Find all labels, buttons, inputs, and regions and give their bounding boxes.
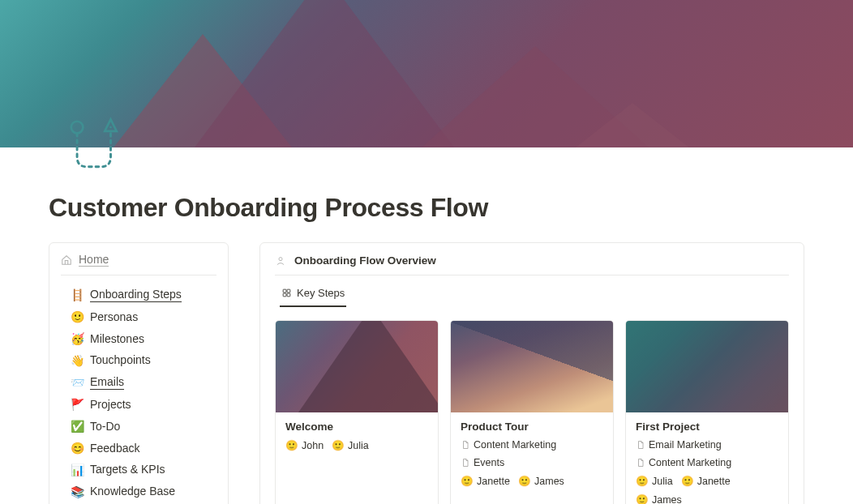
persona-tag[interactable]: 🙂Julia [332, 439, 369, 451]
svg-point-2 [279, 257, 282, 260]
related-page[interactable]: Content Marketing [461, 439, 556, 451]
sidebar-item-label: Projects [90, 398, 131, 412]
sidebar-item[interactable]: ✅To-Do [61, 416, 216, 438]
svg-rect-4 [287, 289, 290, 293]
page-doc-icon [636, 440, 645, 450]
persona-tag[interactable]: 🙂James [636, 493, 682, 504]
sidebar-item-label: Touchpoints [90, 353, 151, 367]
card-cover [451, 321, 613, 412]
card-title: First Project [636, 421, 778, 433]
card-cover [626, 321, 788, 412]
sidebar-item-emoji: 🪜 [71, 288, 84, 301]
sidebar-item-label: Emails [90, 375, 124, 390]
sidebar-item[interactable]: 🥳Milestones [61, 328, 216, 350]
sidebar-item-emoji: 📊 [71, 463, 84, 476]
sidebar-item-emoji: 👋 [71, 354, 84, 367]
sidebar-item-emoji: 🥳 [71, 332, 84, 345]
persona-tag[interactable]: 🙂John [285, 439, 324, 451]
home-icon [61, 254, 72, 266]
related-page[interactable]: Content Marketing [636, 457, 731, 468]
sidebar-item[interactable]: 🚩Projects [61, 394, 216, 416]
persona-tag[interactable]: 🙂James [518, 475, 564, 487]
sidebar-item-label: Personas [90, 310, 138, 324]
gallery-card[interactable]: Product TourContent MarketingEvents🙂Jane… [450, 320, 614, 504]
sidebar-item-emoji: 😊 [71, 442, 84, 455]
person-icon [275, 255, 286, 267]
card-title: Welcome [285, 421, 428, 433]
tab-label: Key Steps [297, 287, 345, 299]
page-doc-icon [636, 458, 645, 468]
sidebar-item[interactable]: 🪜Onboarding Steps [61, 284, 216, 306]
overview-panel: Onboarding Flow Overview Key Steps Welco… [259, 242, 804, 504]
sidebar-item[interactable]: 📨Emails [61, 371, 216, 394]
page-icon[interactable] [63, 113, 126, 177]
sidebar-item-emoji: 📨 [71, 376, 84, 389]
persona-tag[interactable]: 🙂Janette [681, 475, 731, 487]
page-title[interactable]: Customer Onboarding Process Flow [49, 147, 804, 223]
sidebar-item-label: Knowledge Base [90, 485, 175, 498]
persona-tag[interactable]: 🙂Julia [636, 475, 673, 487]
gallery-card[interactable]: First ProjectEmail MarketingContent Mark… [625, 320, 789, 504]
card-title: Product Tour [461, 421, 603, 433]
svg-rect-3 [283, 289, 286, 293]
sidebar-item-emoji: ✅ [71, 420, 84, 433]
sidebar-item[interactable]: 🙂Personas [61, 306, 216, 328]
sidebar-item-emoji: 🚩 [71, 398, 84, 411]
svg-rect-5 [283, 293, 286, 297]
sidebar-item[interactable]: 😊Feedback [61, 438, 216, 459]
sidebar-item-emoji: 📚 [71, 485, 84, 498]
sidebar-item-label: Targets & KPIs [90, 463, 165, 476]
sidebar-home[interactable]: Home [61, 253, 216, 275]
sidebar-item-label: To-Do [90, 420, 120, 434]
svg-point-0 [71, 122, 84, 134]
sidebar-panel: Home 🪜Onboarding Steps🙂Personas🥳Mileston… [49, 242, 229, 504]
related-page[interactable]: Events [461, 457, 504, 468]
sidebar-item-label: Milestones [90, 332, 144, 346]
gallery-card[interactable]: Welcome🙂John🙂Julia [275, 320, 439, 504]
related-page[interactable]: Email Marketing [636, 439, 722, 451]
sidebar-item[interactable]: 📚Knowledge Base [61, 481, 216, 502]
sidebar-item[interactable]: 📊Targets & KPIs [61, 459, 216, 481]
gallery-icon [281, 288, 292, 298]
sidebar-item-emoji: 🙂 [71, 310, 84, 323]
page-cover [0, 0, 853, 147]
sidebar-item-label: Onboarding Steps [90, 288, 182, 302]
svg-rect-6 [287, 293, 290, 297]
overview-title: Onboarding Flow Overview [294, 254, 436, 267]
sidebar-item-label: Feedback [90, 442, 139, 455]
card-cover [276, 321, 438, 412]
tab-key-steps[interactable]: Key Steps [280, 287, 346, 307]
svg-point-1 [109, 126, 111, 128]
sidebar-item[interactable]: 👋Touchpoints [61, 349, 216, 371]
sidebar-home-label: Home [79, 253, 109, 267]
page-doc-icon [461, 440, 470, 450]
page-doc-icon [461, 458, 470, 468]
persona-tag[interactable]: 🙂Janette [461, 475, 510, 487]
